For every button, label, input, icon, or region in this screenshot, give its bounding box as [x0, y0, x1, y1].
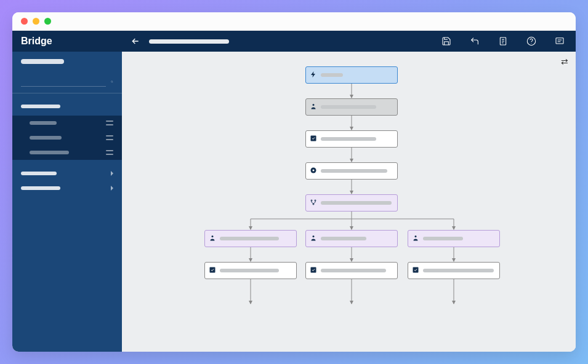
svg-rect-38	[311, 267, 316, 273]
main-area: ⇄	[122, 31, 576, 352]
maximize-window-button[interactable]	[44, 18, 51, 25]
branch-icon	[310, 199, 317, 207]
app-window: Bridge	[12, 12, 576, 352]
svg-point-36	[415, 235, 417, 237]
svg-rect-39	[413, 267, 419, 273]
sidebar-section-label	[21, 59, 64, 64]
back-button[interactable]	[131, 36, 140, 46]
minimize-window-button[interactable]	[33, 18, 39, 25]
flow-node-n4[interactable]	[305, 162, 398, 180]
sidebar-item-2[interactable]	[12, 130, 122, 145]
node-label	[321, 269, 386, 272]
node-label	[321, 237, 366, 240]
circle-dot-icon	[310, 167, 317, 175]
person-icon	[412, 234, 419, 243]
topbar	[122, 31, 576, 52]
check-square-icon	[412, 266, 419, 275]
sidebar-group-active[interactable]	[12, 100, 122, 113]
svg-point-35	[313, 235, 315, 237]
document-button[interactable]	[496, 34, 510, 49]
flow-node-b2[interactable]	[305, 230, 398, 247]
brand: Bridge	[12, 31, 122, 52]
svg-point-27	[313, 104, 315, 106]
svg-rect-28	[311, 136, 316, 141]
flow-node-b3[interactable]	[408, 230, 500, 247]
bolt-icon	[310, 71, 317, 79]
check-square-icon	[310, 266, 317, 275]
svg-rect-9	[556, 38, 563, 44]
svg-point-0	[111, 81, 113, 82]
node-label	[321, 137, 376, 141]
person-icon	[209, 234, 216, 243]
sidebar-menu-2[interactable]	[12, 181, 122, 196]
node-label	[220, 269, 279, 272]
flow-node-n1[interactable]	[305, 66, 398, 84]
flow-node-b1[interactable]	[204, 230, 297, 247]
page-title	[149, 39, 229, 44]
undo-button[interactable]	[467, 34, 482, 49]
svg-point-30	[313, 170, 315, 172]
sidebar-item-1[interactable]	[12, 116, 122, 130]
svg-point-31	[311, 200, 312, 201]
flow-node-n2[interactable]	[305, 98, 398, 116]
svg-line-1	[113, 82, 113, 82]
flow-canvas[interactable]: ⇄	[122, 52, 576, 352]
person-icon	[310, 103, 317, 111]
comment-button[interactable]	[552, 34, 567, 49]
chevron-right-icon	[111, 171, 113, 176]
check-square-icon	[310, 135, 317, 143]
check-square-icon	[209, 266, 216, 275]
app-body: Bridge	[12, 31, 576, 352]
window-titlebar	[12, 12, 576, 31]
node-label	[321, 105, 376, 109]
node-label	[423, 269, 494, 272]
flow-node-n5[interactable]	[305, 194, 398, 212]
sidebar: Bridge	[12, 31, 122, 352]
node-label	[220, 237, 279, 240]
sidebar-item-3[interactable]	[12, 145, 122, 160]
flow-node-n3[interactable]	[305, 130, 398, 148]
drag-handle-icon	[106, 121, 113, 125]
flow-node-c2[interactable]	[305, 262, 398, 279]
svg-point-34	[212, 235, 214, 237]
search-icon	[111, 77, 113, 86]
help-button[interactable]	[524, 34, 539, 49]
sidebar-search	[12, 76, 122, 93]
drag-handle-icon	[106, 135, 113, 140]
close-window-button[interactable]	[21, 18, 28, 25]
search-input[interactable]	[21, 76, 106, 87]
flow-node-c1[interactable]	[204, 262, 297, 279]
node-label	[321, 201, 392, 205]
flow-diagram	[122, 52, 576, 352]
svg-rect-37	[210, 267, 215, 273]
node-label	[321, 73, 343, 77]
save-button[interactable]	[439, 34, 454, 49]
drag-handle-icon	[106, 150, 113, 155]
sidebar-menu-1[interactable]	[12, 166, 122, 181]
sidebar-section-header	[12, 52, 122, 76]
node-label	[321, 169, 387, 173]
chevron-right-icon	[111, 186, 113, 191]
person-icon	[310, 234, 317, 243]
flow-node-c3[interactable]	[408, 262, 500, 279]
svg-point-32	[315, 200, 316, 201]
node-label	[423, 237, 463, 240]
